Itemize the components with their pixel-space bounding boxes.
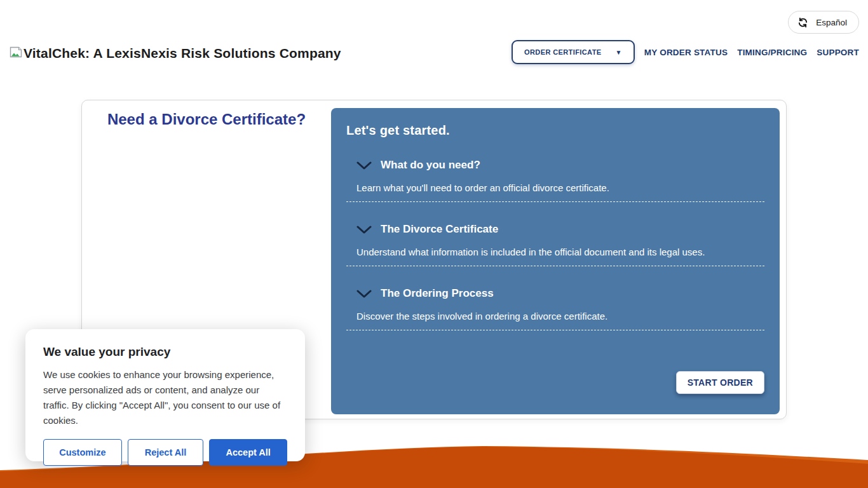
accordion-header[interactable]: The Divorce Certificate [346, 223, 764, 236]
primary-nav: ORDER CERTIFICATE ▼ MY ORDER STATUS TIMI… [512, 39, 859, 65]
refresh-icon [797, 17, 808, 28]
reject-all-button[interactable]: Reject All [128, 439, 204, 466]
accordion-title: What do you need? [381, 159, 480, 172]
accordion-title: The Ordering Process [381, 287, 494, 300]
accordion-ordering-process: The Ordering Process Discover the steps … [346, 287, 764, 330]
language-label: Español [816, 18, 847, 27]
nav-support[interactable]: SUPPORT [817, 48, 859, 57]
accept-all-button[interactable]: Accept All [209, 439, 287, 466]
cookie-body-text: We use cookies to enhance your browsing … [43, 367, 287, 428]
dashed-divider [346, 266, 764, 266]
order-certificate-label: ORDER CERTIFICATE [524, 48, 601, 56]
page-title: Need a Divorce Certificate? [82, 111, 331, 128]
customize-button[interactable]: Customize [43, 439, 122, 466]
cookie-consent-dialog: We value your privacy We use cookies to … [25, 329, 305, 461]
order-certificate-dropdown[interactable]: ORDER CERTIFICATE ▼ [512, 40, 635, 64]
chevron-down-icon [356, 290, 372, 298]
chevron-down-icon [356, 226, 372, 234]
accordion-description: Discover the steps involved in ordering … [346, 311, 764, 322]
nav-timing-pricing[interactable]: TIMING/PRICING [737, 48, 807, 57]
accordion-description: Understand what information is included … [346, 247, 764, 257]
accordion-header[interactable]: What do you need? [346, 159, 764, 172]
logo-alt-text: VitalChek: A LexisNexis Risk Solutions C… [24, 46, 341, 61]
accordion-header[interactable]: The Ordering Process [346, 287, 764, 300]
panel-title: Let's get started. [346, 123, 764, 138]
chevron-down-icon [356, 161, 372, 170]
start-order-button[interactable]: START ORDER [676, 371, 764, 394]
get-started-panel: Let's get started. What do you need? Lea… [331, 108, 780, 414]
cookie-buttons-row: Customize Reject All Accept All [43, 439, 287, 466]
cookie-title: We value your privacy [43, 345, 287, 359]
accordion-description: Learn what you'll need to order an offic… [346, 182, 764, 193]
accordion-divorce-certificate: The Divorce Certificate Understand what … [346, 223, 764, 266]
nav-my-order-status[interactable]: MY ORDER STATUS [644, 48, 728, 57]
language-toggle-button[interactable]: Español [788, 11, 859, 34]
accordion-title: The Divorce Certificate [381, 223, 498, 236]
caret-down-icon: ▼ [615, 49, 621, 56]
dashed-divider [346, 201, 764, 202]
page: Español VitalChek: A LexisNexis Risk Sol… [0, 0, 868, 488]
accordion-what-do-you-need: What do you need? Learn what you'll need… [346, 159, 764, 202]
broken-image-icon [10, 46, 22, 58]
site-logo[interactable]: VitalChek: A LexisNexis Risk Solutions C… [10, 46, 341, 61]
dashed-divider [346, 330, 764, 330]
